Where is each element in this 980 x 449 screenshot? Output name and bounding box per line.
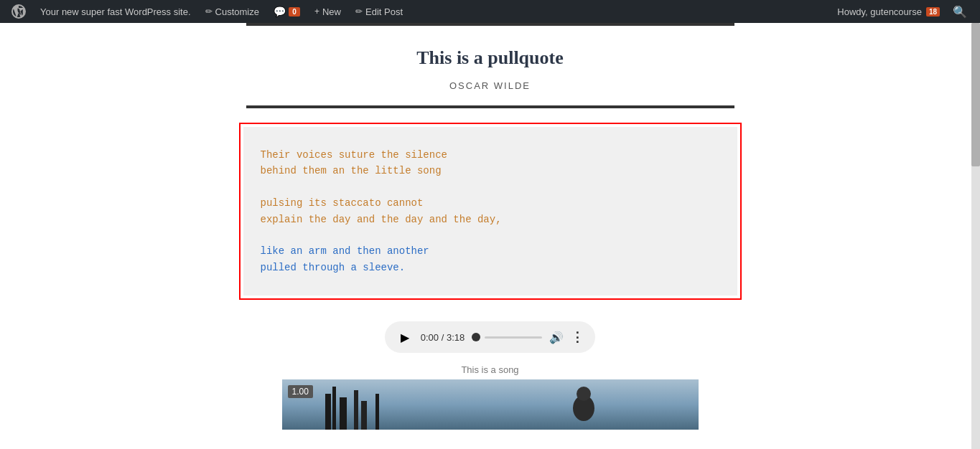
audio-play-button[interactable]: ▶ [396,329,414,346]
poem-line-2: behind them an the little song [261,165,442,176]
howdy-menu[interactable]: Howdy, gutencourse 18 [831,0,946,23]
edit-pencil-icon: ✏ [355,6,363,16]
wp-logo-button[interactable] [6,0,32,23]
image-container: 1.00 [282,379,699,430]
image-badge: 1.00 [288,385,313,398]
page-content: This is a pullquote OSCAR WILDE Their vo… [0,23,980,449]
svg-rect-2 [332,387,336,430]
pencil-icon: ✏ [205,6,213,16]
audio-caption: This is a song [461,360,518,379]
svg-rect-4 [354,390,358,430]
edit-post-button[interactable]: ✏ Edit Post [350,0,409,23]
search-icon: 🔍 [953,5,967,19]
audio-time-display: 0:00 / 3:18 [421,332,465,343]
audio-more-button[interactable]: ⋮ [571,329,584,345]
audio-track [485,336,542,339]
pullquote-author: OSCAR WILDE [261,80,720,91]
audio-player-wrapper: ▶ 0:00 / 3:18 🔊 ⋮ [370,314,610,360]
svg-rect-6 [375,394,379,430]
svg-rect-1 [325,394,331,430]
admin-bar: Your new super fast WordPress site. ✏ Cu… [0,0,980,23]
poem-line-3: pulsing its staccato cannot [261,197,424,209]
new-content-button[interactable]: + New [309,0,347,23]
comments-button[interactable]: 💬 0 [268,0,306,23]
audio-volume-button[interactable]: 🔊 [549,331,564,344]
poem-line-6: pulled through a sleeve. [261,262,406,273]
poem-line-5: like an arm and then another [261,245,429,257]
poem-line-4: explain the day and the day and the day, [261,214,502,225]
adminbar-right: Howdy, gutencourse 18 🔍 [831,0,974,23]
site-name-button[interactable]: Your new super fast WordPress site. [34,0,197,23]
audio-player: ▶ 0:00 / 3:18 🔊 ⋮ [385,321,595,353]
pullquote-block: This is a pullquote OSCAR WILDE [246,23,734,108]
poem-line-1: Their voices suture the silence [261,149,447,161]
svg-rect-3 [340,397,347,430]
svg-rect-5 [361,401,367,430]
audio-progress-dot [472,333,480,341]
pullquote-title: This is a pullquote [261,47,720,69]
comments-count-badge: 0 [289,7,300,16]
scrollbar[interactable] [971,23,980,449]
comment-bubble-icon: 💬 [274,6,286,17]
preformatted-content: Their voices suture the silence behind t… [243,127,737,296]
preformatted-wrapper: Their voices suture the silence behind t… [0,108,980,314]
scrollbar-thumb[interactable] [971,23,980,166]
audio-progress-bar[interactable] [472,333,542,341]
image-placeholder [282,379,699,430]
customize-button[interactable]: ✏ Customize [200,0,265,23]
image-section: 1.00 [0,379,980,444]
notification-badge: 18 [926,7,940,16]
svg-point-8 [577,387,591,401]
preformatted-selected-block[interactable]: Their voices suture the silence behind t… [239,123,742,300]
search-button[interactable]: 🔍 [946,0,974,23]
plus-icon: + [314,6,319,16]
